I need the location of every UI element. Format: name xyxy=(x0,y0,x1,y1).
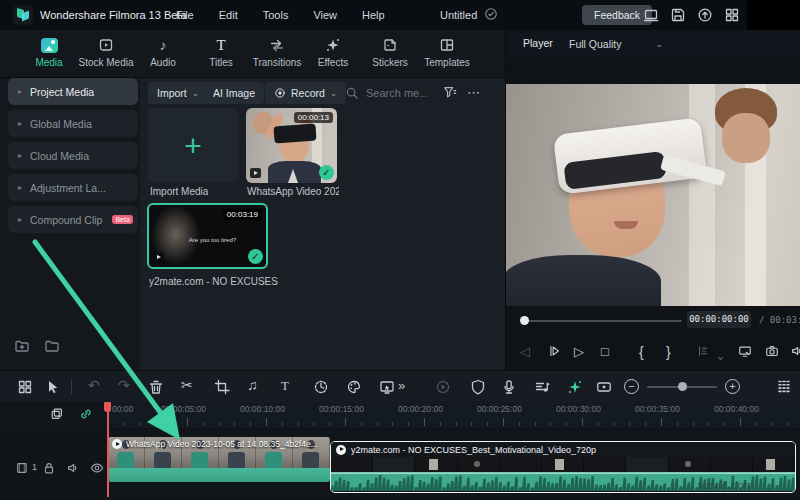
search-input[interactable]: Search me... xyxy=(345,82,428,104)
ruler-label: 00:00:05:00 xyxy=(161,404,206,414)
menu-help[interactable]: Help xyxy=(362,9,385,21)
mark-out-button[interactable]: } xyxy=(666,344,671,360)
menu-tools[interactable]: Tools xyxy=(263,9,289,21)
playhead-pin[interactable] xyxy=(104,402,111,412)
marker-button[interactable] xyxy=(696,344,710,358)
mark-in-button[interactable]: { xyxy=(639,344,644,360)
record-button[interactable]: Record ⌄ xyxy=(265,82,346,104)
video-caption: Are you too tired? xyxy=(189,237,236,243)
boy-with-vr-headset xyxy=(518,102,707,306)
export-icon[interactable] xyxy=(697,7,713,23)
play-badge-icon xyxy=(112,439,122,449)
media-item-y2mate-video[interactable]: Are you too tired? 00:03:19 ✓ xyxy=(147,203,268,269)
color-palette-icon[interactable] xyxy=(346,379,362,395)
select-cursor-icon[interactable] xyxy=(45,379,61,395)
apps-grid-icon[interactable] xyxy=(724,7,740,23)
seek-handle[interactable] xyxy=(520,316,529,325)
expand-arrow-icon: ▸ xyxy=(18,151,22,160)
split-scissors-icon[interactable]: ✂ xyxy=(181,377,193,393)
keyframe-icon[interactable] xyxy=(596,379,612,395)
audio-stretch-icon[interactable]: ♫ xyxy=(247,377,258,393)
save-icon[interactable] xyxy=(670,7,686,23)
auto-ripple-link-icon[interactable] xyxy=(79,407,93,421)
sidebar-item-project-media[interactable]: ▸ Project Media xyxy=(8,78,138,105)
zoom-in-button[interactable]: + xyxy=(725,379,740,394)
total-duration: / 00:03:19 xyxy=(759,315,800,325)
screen-record-icon[interactable] xyxy=(379,379,395,395)
sidebar-item-cloud-media[interactable]: ▸ Cloud Media xyxy=(8,142,138,169)
tab-stock-media[interactable]: Stock Media xyxy=(77,35,135,75)
text-tool-icon[interactable]: T xyxy=(281,378,289,394)
project-name[interactable]: Untitled xyxy=(440,9,477,21)
more-options-icon[interactable]: ⋯ xyxy=(467,85,481,100)
step-forward-button[interactable] xyxy=(547,344,561,358)
play-button[interactable]: ▷ xyxy=(574,344,584,360)
tab-media[interactable]: Media xyxy=(20,35,78,75)
tab-stickers[interactable]: Stickers xyxy=(361,35,419,75)
timeline-clip-whatsapp[interactable]: WhatsApp Video 2023-10-05 at 14.08.35_4b… xyxy=(108,437,330,482)
zoom-slider-handle[interactable] xyxy=(678,382,687,391)
video-type-icon xyxy=(250,168,261,178)
media-view-grid-icon[interactable] xyxy=(17,379,33,395)
menu-view[interactable]: View xyxy=(313,9,337,21)
snapshot-camera-button[interactable] xyxy=(765,344,779,358)
ai-assistant-icon[interactable] xyxy=(567,379,583,395)
lock-track-icon[interactable] xyxy=(42,461,56,475)
seek-bar[interactable] xyxy=(523,320,682,322)
voiceover-mic-icon[interactable] xyxy=(501,379,517,395)
compound-select-icon[interactable] xyxy=(50,407,64,421)
new-folder-icon[interactable] xyxy=(14,338,30,354)
vr-headset xyxy=(552,117,706,195)
render-preview-icon[interactable] xyxy=(435,379,451,395)
sidebar-item-global-media[interactable]: ▸ Global Media xyxy=(8,110,138,137)
watermark: wzvid.com xyxy=(698,479,754,491)
timeline-ruler-scale[interactable]: 00:0000:00:05:0000:00:10:0000:00:15:0000… xyxy=(0,402,800,429)
filter-icon[interactable] xyxy=(443,85,457,99)
feedback-button[interactable]: Feedback xyxy=(582,5,652,25)
audio-mixer-icon[interactable] xyxy=(534,379,550,395)
track-header: 1 xyxy=(0,429,108,500)
sidebar-item-adjustment-layer[interactable]: ▸ Adjustment La... xyxy=(8,174,138,201)
redo-icon[interactable]: ↷ xyxy=(118,377,130,393)
menu-file[interactable]: File xyxy=(176,9,194,21)
ai-image-button[interactable]: AI Image xyxy=(204,82,264,104)
hide-track-eye-icon[interactable] xyxy=(90,461,104,475)
toolbar-divider xyxy=(71,380,72,394)
asset-tab-bar: Media Stock Media ♪ Audio T Titles Trans… xyxy=(0,30,505,78)
volume-button[interactable] xyxy=(790,344,800,358)
search-placeholder: Search me... xyxy=(366,87,428,99)
tab-audio[interactable]: ♪ Audio xyxy=(134,35,192,75)
ruler-label: 00:00:25:00 xyxy=(477,404,522,414)
previous-frame-button[interactable]: ◁ xyxy=(520,344,530,360)
crop-icon[interactable] xyxy=(214,379,230,395)
import-button[interactable]: Import ⌄ xyxy=(148,82,208,104)
whatsapp-label: WhatsApp Video 2023-10-05... xyxy=(247,186,339,197)
more-tools-icon[interactable]: » xyxy=(398,378,405,393)
delete-trash-icon[interactable] xyxy=(148,379,164,395)
undo-icon[interactable]: ↶ xyxy=(88,377,100,393)
tab-effects[interactable]: Effects xyxy=(304,35,362,75)
folder-icon[interactable] xyxy=(44,338,60,354)
tab-transitions[interactable]: Transitions xyxy=(248,35,306,75)
speed-icon[interactable] xyxy=(313,379,329,395)
chevron-down-icon[interactable]: ⌄ xyxy=(715,348,726,364)
timeline-ruler-header xyxy=(0,402,108,429)
workspace-layout-icon[interactable] xyxy=(643,7,659,23)
quality-dropdown[interactable]: Full Quality ⌄ xyxy=(561,34,671,53)
tab-templates[interactable]: Templates xyxy=(418,35,476,75)
video-type-icon xyxy=(153,252,164,262)
display-output-button[interactable] xyxy=(738,344,752,358)
play-badge-icon xyxy=(336,445,346,455)
mute-track-icon[interactable] xyxy=(66,461,80,475)
track-manager-icon[interactable] xyxy=(776,379,792,395)
player-header: Player Full Quality ⌄ xyxy=(506,30,800,57)
mark-shield-icon[interactable] xyxy=(470,379,486,395)
tab-titles[interactable]: T Titles xyxy=(192,35,250,75)
sidebar-item-compound-clip[interactable]: ▸ Compound Clip Beta xyxy=(8,206,138,233)
zoom-out-button[interactable]: − xyxy=(624,379,639,394)
import-media-tile[interactable]: + xyxy=(148,108,238,183)
stop-button[interactable]: □ xyxy=(601,344,609,360)
playhead-line[interactable] xyxy=(107,402,109,497)
menu-edit[interactable]: Edit xyxy=(219,9,238,21)
media-item-whatsapp-video[interactable]: 00:00:13 ✓ xyxy=(246,108,337,183)
